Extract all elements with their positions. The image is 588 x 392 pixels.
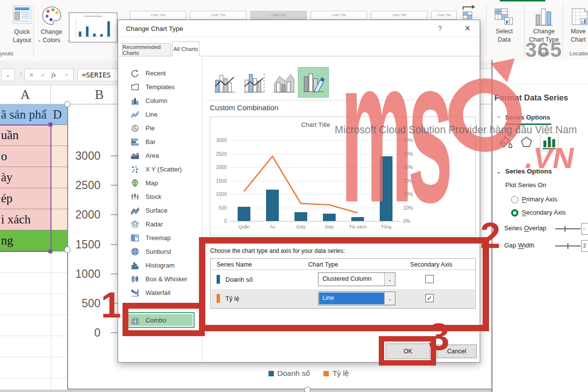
close-icon[interactable]: ✕: [460, 23, 475, 34]
insert-function-icon[interactable]: fx: [51, 71, 56, 79]
cell-a3[interactable]: o: [0, 146, 51, 167]
preview-category-label: Dép: [315, 224, 343, 229]
slider-value-input[interactable]: -: [581, 223, 588, 235]
cell-a2[interactable]: uần: [0, 125, 51, 146]
sidebar-item-stock[interactable]: Stock: [124, 190, 200, 203]
range-selection-handle[interactable]: [49, 122, 52, 126]
quick-layout-button[interactable]: Quick Layout: [5, 28, 39, 45]
slider-thumb[interactable]: [567, 243, 568, 249]
tab-recommended-charts[interactable]: Recommended Charts: [122, 43, 171, 56]
slider-series-overlap[interactable]: [555, 228, 581, 229]
ok-button[interactable]: OK: [386, 343, 430, 359]
change-chart-type-button[interactable]: Change Chart Type: [525, 27, 563, 44]
cell-a6[interactable]: i xách: [0, 209, 51, 230]
sidebar-item-waterfall[interactable]: Waterfall: [124, 286, 200, 299]
tab-all-charts[interactable]: All Charts: [172, 41, 199, 56]
cell-b6[interactable]: [51, 209, 67, 230]
radio-secondary-axis[interactable]: [511, 209, 518, 217]
slider-gap-width[interactable]: [555, 245, 581, 246]
chevron-down-icon[interactable]: ⌄: [384, 292, 395, 305]
sidebar-item-treemap[interactable]: Treemap: [124, 231, 200, 245]
slider-thumb[interactable]: [564, 226, 565, 232]
sidebar-item-area[interactable]: Area: [124, 148, 200, 162]
chart-type-dropdown[interactable]: Line⌄: [318, 292, 395, 305]
cancel-button[interactable]: Cancel: [437, 344, 477, 358]
column-header-a[interactable]: A: [0, 85, 51, 104]
chart-style-tile[interactable]: Chart Title: [311, 11, 367, 20]
cancel-entry-icon[interactable]: ✕: [29, 72, 34, 78]
sidebar-item-column[interactable]: Column: [124, 94, 200, 107]
chevron-down-icon[interactable]: ⌄: [496, 169, 501, 175]
sidebar-item-funnel[interactable]: Funnel: [124, 299, 200, 313]
format-data-series-pane: Format Data Series ⌄ Series Options ⌄ Se…: [491, 60, 588, 392]
sidebar-item-radar[interactable]: Radar: [124, 217, 200, 231]
sidebar-item-map[interactable]: Map: [124, 176, 200, 190]
move-chart-button[interactable]: Move Chart: [564, 27, 588, 44]
cell-b5[interactable]: [51, 188, 67, 209]
chart-style-tile[interactable]: Chart Title: [130, 11, 186, 20]
slider-label-gap-width: Gap Width: [504, 242, 534, 249]
chart-resize-handle[interactable]: [64, 101, 71, 107]
cell-a1[interactable]: ã sản phẩ: [0, 104, 51, 125]
formula-controls: ✕ ✓ fx ⌄: [24, 69, 74, 81]
sidebar-item-recent[interactable]: Recent: [124, 66, 200, 80]
chart-type-dropdown[interactable]: Clustered Column⌄: [318, 272, 395, 286]
sidebar-item-combo[interactable]: Combo: [124, 313, 194, 327]
radio-primary-axis[interactable]: [511, 196, 518, 203]
chart-style-thumbnail[interactable]: [69, 12, 118, 43]
chevron-down-icon[interactable]: ⌄: [384, 273, 395, 286]
sidebar-item-templates[interactable]: Templates: [124, 80, 200, 94]
sidebar-item-line[interactable]: Line: [124, 107, 200, 121]
radio-label-primary-axis: Primary Axis: [522, 196, 557, 203]
sidebar-item-bar[interactable]: Bar: [124, 135, 200, 148]
chart-style-tile[interactable]: Chart Title: [190, 11, 246, 20]
sidebar-item-surface[interactable]: Surface: [124, 203, 200, 217]
cell-b2[interactable]: [51, 125, 67, 146]
range-selection-handle[interactable]: [49, 249, 52, 253]
confirm-entry-icon[interactable]: ✓: [41, 72, 46, 78]
preview-right-axis-label: 0%: [403, 219, 410, 224]
sidebar-item-x-y-scatter[interactable]: X Y (Scatter): [124, 162, 200, 176]
pane-tab-series-options[interactable]: Series Options: [505, 114, 550, 121]
combo-style-tiles: [212, 69, 339, 100]
chart-resize-handle[interactable]: [304, 387, 311, 392]
clustered-column-line-secondary-tile[interactable]: [241, 70, 267, 96]
effects-icon[interactable]: [520, 136, 533, 149]
chart-style-tile[interactable]: Chart Title: [371, 11, 427, 20]
sidebar-item-sunburst[interactable]: Sunburst: [124, 245, 200, 258]
cell-b4[interactable]: [51, 167, 67, 188]
sidebar-item-pie[interactable]: Pie: [124, 121, 200, 135]
series-row-doanh-s[interactable]: Doanh sốClustered Column⌄: [211, 270, 475, 289]
sidebar-item-label: X Y (Scatter): [146, 166, 182, 173]
help-icon[interactable]: ?: [434, 23, 446, 34]
clustered-column-line-tile[interactable]: [212, 70, 238, 96]
cell-a7[interactable]: ng: [0, 230, 51, 251]
chart-style-tile[interactable]: Chart Title: [431, 11, 457, 20]
name-box[interactable]: ⌄: [1, 69, 15, 81]
secondary-axis-checkbox[interactable]: ✓: [425, 294, 434, 302]
chart-style-tile[interactable]: Chart Title: [250, 11, 307, 20]
preview-right-axis-label: 10%: [403, 205, 413, 211]
cell-a5[interactable]: ép: [0, 188, 51, 209]
bar-icon: [131, 138, 139, 146]
slider-value-input[interactable]: 2: [581, 240, 588, 252]
stacked-area-clustered-column-tile[interactable]: [271, 70, 297, 96]
cell-b1[interactable]: D: [51, 104, 67, 125]
range-selection-border-right: [50, 124, 51, 252]
fill-icon[interactable]: [497, 134, 513, 150]
series-row-t-l[interactable]: Tỷ lệLine⌄✓: [211, 289, 475, 308]
series-options-section-header[interactable]: Series Options: [505, 168, 552, 175]
custom-combination-tile[interactable]: [298, 67, 329, 98]
sidebar-item-box-whisker[interactable]: Box & Whisker: [124, 272, 200, 286]
sidebar-item-histogram[interactable]: Histogram: [124, 258, 200, 272]
chart-resize-handle[interactable]: [64, 246, 71, 253]
series-options-icon[interactable]: [540, 133, 559, 151]
cell-b3[interactable]: [51, 146, 67, 167]
select-data-button[interactable]: Select Data: [490, 27, 519, 44]
secondary-axis-checkbox[interactable]: [425, 275, 434, 283]
cell-a4[interactable]: ày: [0, 167, 51, 188]
preview-right-axis-label: 20%: [403, 192, 413, 197]
change-colors-button[interactable]: Change Colors: [35, 28, 68, 45]
treemap-icon: [131, 234, 139, 242]
location-group-label: Location: [569, 50, 588, 56]
